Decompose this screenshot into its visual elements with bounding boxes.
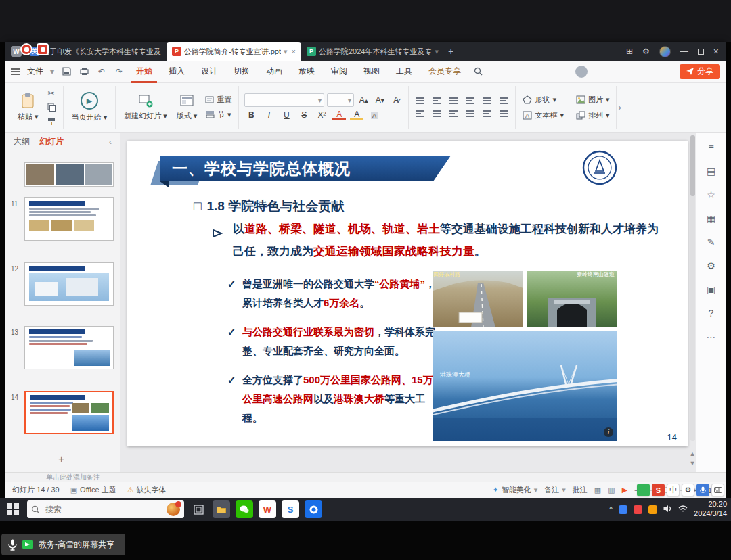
task-view-icon[interactable] xyxy=(190,500,207,518)
align-left-icon[interactable] xyxy=(414,110,425,118)
minimize-button[interactable]: — xyxy=(680,47,688,56)
superscript-icon[interactable]: X² xyxy=(315,109,328,121)
numbering-icon[interactable] xyxy=(431,97,442,105)
ime-settings-icon[interactable]: ⚙ xyxy=(682,484,694,496)
wps-app-icon[interactable]: W xyxy=(259,500,276,518)
close-button[interactable]: × xyxy=(713,46,719,57)
tray-app-icon[interactable] xyxy=(619,505,627,514)
file-explorer-icon[interactable] xyxy=(213,500,230,518)
line-spacing-icon[interactable] xyxy=(482,97,493,105)
info-icon[interactable]: i xyxy=(604,427,613,437)
maximize-button[interactable] xyxy=(698,49,704,55)
clock[interactable]: 20:20 2024/3/14 xyxy=(694,500,727,519)
justify-icon[interactable] xyxy=(465,110,476,118)
tray-expand-icon[interactable]: ^ xyxy=(609,505,613,513)
decrease-indent-icon[interactable] xyxy=(448,97,459,105)
help-icon[interactable]: ? xyxy=(709,308,714,319)
beautify-button[interactable]: ✦ 智能美化 ▾ xyxy=(493,485,538,495)
textbox-button[interactable]: A 文本框 ▾ xyxy=(521,109,565,122)
tray-app-icon[interactable] xyxy=(634,505,642,514)
slide-thumbnail-11[interactable] xyxy=(24,197,114,241)
increase-indent-icon[interactable] xyxy=(465,97,476,105)
font-name-select[interactable]: ▾ xyxy=(244,93,324,107)
document-tab-3[interactable]: P 公路学院2024年本科生转专业及专 ▾ xyxy=(301,42,444,61)
strikethrough-icon[interactable]: S xyxy=(297,109,311,121)
format-painter-icon[interactable] xyxy=(45,116,58,127)
ime-keyboard-icon[interactable] xyxy=(711,484,724,496)
ribbon-tab-transitions[interactable]: 切换 xyxy=(229,61,254,83)
slide-sorter-icon[interactable]: ▥ xyxy=(608,486,615,494)
tab-outline[interactable]: 大纲 xyxy=(14,136,30,147)
user-avatar[interactable] xyxy=(659,46,671,57)
layout-pane-icon[interactable]: ▣ xyxy=(707,284,715,295)
tab-dropdown-icon[interactable]: ▾ xyxy=(435,47,439,56)
columns-icon[interactable] xyxy=(499,110,510,118)
save-icon[interactable] xyxy=(61,66,72,77)
hamburger-menu-icon[interactable] xyxy=(11,68,20,75)
file-menu-dropdown-icon[interactable]: ▾ xyxy=(50,67,54,76)
search-icon[interactable] xyxy=(472,66,483,77)
share-button[interactable]: 分享 xyxy=(680,64,720,79)
section-button[interactable]: 节 ▾ xyxy=(204,108,233,121)
distribute-icon[interactable] xyxy=(482,110,493,118)
ribbon-tab-insert[interactable]: 插入 xyxy=(164,61,190,83)
ribbon-tab-slideshow[interactable]: 放映 xyxy=(294,61,319,83)
normal-view-icon[interactable]: ▦ xyxy=(594,486,601,494)
more-tools-icon[interactable]: ⋯ xyxy=(707,331,716,342)
underline-icon[interactable]: U xyxy=(280,109,293,121)
tab-close-icon[interactable]: × xyxy=(292,47,296,55)
previous-slide-button[interactable]: ▲ xyxy=(690,450,696,457)
paste-button[interactable]: 粘贴 ▾ xyxy=(15,91,41,123)
tab-slides[interactable]: 幻灯片 xyxy=(39,136,64,147)
shapes-button[interactable]: 形状 ▾ xyxy=(521,93,565,106)
tab-dropdown-icon[interactable]: ▾ xyxy=(284,47,288,56)
ime-mic-icon[interactable] xyxy=(696,484,709,496)
notes-toggle-button[interactable]: 备注 ▾ xyxy=(544,485,566,495)
ime-mode-icon[interactable]: 中 xyxy=(667,484,680,496)
notes-pane-icon[interactable]: ✎ xyxy=(707,237,715,248)
notes-bar[interactable]: 单击此处添加备注 xyxy=(5,472,726,482)
tray-app-icon[interactable] xyxy=(648,505,657,514)
clear-format-icon[interactable]: A̷ xyxy=(389,94,403,106)
wechat-icon[interactable] xyxy=(236,500,253,518)
collapse-panel-icon[interactable]: ‹ xyxy=(109,137,112,147)
docs-app-icon[interactable]: S xyxy=(282,500,299,518)
bullets-icon[interactable] xyxy=(414,97,425,105)
align-center-icon[interactable] xyxy=(431,110,442,118)
assistant-icon[interactable] xyxy=(575,66,588,78)
slide-thumbnail-13[interactable] xyxy=(24,326,114,369)
font-size-select[interactable]: ▾ xyxy=(327,93,354,107)
align-right-icon[interactable] xyxy=(448,110,459,118)
ribbon-tab-review[interactable]: 审阅 xyxy=(326,61,352,83)
comments-button[interactable]: 批注 xyxy=(573,485,588,495)
new-slide-button[interactable]: 新建幻灯片 ▾ xyxy=(121,92,170,122)
cut-icon[interactable]: ✂ xyxy=(45,88,58,99)
start-button[interactable] xyxy=(4,500,22,518)
properties-pane-icon[interactable]: ≡ xyxy=(708,142,713,153)
ribbon-tab-view[interactable]: 视图 xyxy=(359,61,384,83)
redo-icon[interactable]: ↷ xyxy=(114,66,125,77)
meeting-app-icon[interactable] xyxy=(305,500,322,518)
ribbon-tab-design[interactable]: 设计 xyxy=(196,61,222,83)
missing-font-warning[interactable]: ⚠ 缺失字体 xyxy=(127,485,167,495)
theme-indicator[interactable]: ▣ Office 主题 xyxy=(70,485,116,495)
search-input[interactable] xyxy=(44,504,139,515)
material-library-icon[interactable]: ▦ xyxy=(707,213,715,224)
new-tab-button[interactable]: + xyxy=(444,46,458,57)
layout-grid-icon[interactable]: ⊞ xyxy=(626,47,633,56)
animation-pane-icon[interactable]: ▤ xyxy=(707,166,715,177)
network-icon[interactable] xyxy=(678,505,688,514)
slide-thumbnail-partial[interactable] xyxy=(24,162,114,187)
ime-logo-icon[interactable]: S xyxy=(652,484,665,496)
slide-canvas[interactable]: 一、学校与学院总体概况 □ 1.8 学院特色与社会贡献 xyxy=(127,141,688,446)
next-slide-button[interactable]: ▼ xyxy=(690,460,696,467)
ribbon-tab-animation[interactable]: 动画 xyxy=(261,61,287,83)
picture-button[interactable]: 图片 ▾ xyxy=(575,93,611,106)
highlight-color-icon[interactable]: A xyxy=(350,110,363,120)
undo-icon[interactable]: ↶ xyxy=(96,66,107,77)
settings-pane-icon[interactable]: ⚙ xyxy=(707,260,715,271)
add-slide-button[interactable]: + xyxy=(58,453,64,465)
ribbon-tab-member[interactable]: 会员专享 xyxy=(424,61,466,83)
search-highlight-image[interactable] xyxy=(167,503,180,516)
slide-thumbnail-14-selected[interactable] xyxy=(24,391,114,434)
